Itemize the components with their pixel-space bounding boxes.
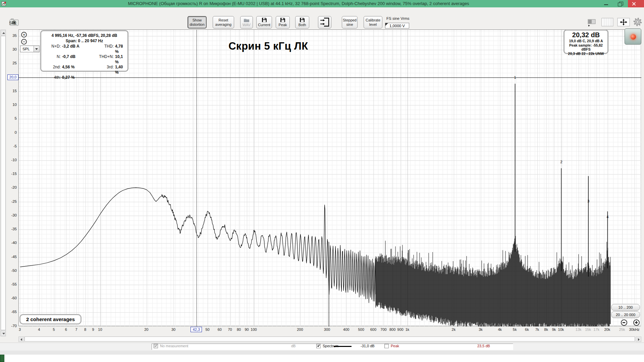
pan-arrows-icon (617, 18, 630, 26)
status-bar: No measurement dB Spectrum -31,0 dB Peak… (0, 343, 644, 351)
horizontal-scrollbar[interactable] (18, 337, 641, 342)
x-tick-400: 400 (343, 327, 349, 331)
bottom-margin (0, 355, 644, 362)
x-cursor-marker[interactable]: 42,3 (191, 327, 202, 332)
current-button[interactable]: Current (256, 16, 272, 28)
x-tick-30kHz: 30kHz (629, 327, 639, 331)
info-l1-row1: N: (41, 54, 62, 65)
minimize-button[interactable] (600, 0, 613, 7)
record-icon (631, 34, 636, 40)
peak-button[interactable]: Peak (276, 16, 290, 28)
x-tick-7k: 7k (535, 327, 539, 331)
x-tick-25k: 25k (619, 327, 625, 331)
x-tick-10: 10 (98, 327, 102, 331)
y-tick--35: -35 (7, 227, 17, 231)
peak-label: Peak (278, 23, 287, 27)
fs-sine-input[interactable] (385, 23, 409, 28)
restore-button[interactable] (614, 0, 627, 7)
scroll-down-arrow[interactable] (1, 330, 6, 336)
zoom-out-x-button[interactable] (621, 319, 627, 326)
spectrum-line-swatch (334, 346, 352, 347)
measurement-info-box: 4 995,16 Hz, -57,36 dBFS, 20,28 dB Span:… (40, 30, 128, 72)
info-v1-row2: 4,56 % (62, 65, 94, 75)
y-axis-unit-value: SPL (22, 47, 30, 51)
range-10-200-button[interactable]: 10 .. 200 (611, 304, 640, 311)
zoom-out-y-button[interactable]: − (21, 39, 27, 45)
calibrate-level-button[interactable]: Calibrate level (364, 16, 382, 28)
window-title: MICROPHONE (Общая громкость) R on Микроф… (0, 0, 597, 7)
x-tick-9: 9 (92, 327, 94, 331)
scroll-up-arrow[interactable] (1, 30, 6, 36)
stepped-sine-button[interactable]: Stepped sine (342, 16, 358, 28)
x-tick-30: 30 (171, 327, 175, 331)
x-tick-80: 80 (237, 327, 241, 331)
span-readout: Span: 0 .. 20 947 Hz (41, 38, 127, 44)
info-v2-row3 (115, 75, 127, 80)
vertical-scrollbar[interactable] (0, 29, 6, 337)
x-tick-300: 300 (324, 327, 330, 331)
close-button[interactable] (628, 0, 644, 7)
info-v1-row3: 0,27 % (62, 75, 94, 80)
level-readout-box: 20,32 dB 19,0 dB C, 20,9 dB A Peak sampl… (564, 29, 608, 54)
wav-button[interactable]: WAV (240, 16, 253, 28)
info-v1-row0: -3,2 dB A (62, 44, 94, 54)
y-axis-title: SPL (9, 21, 17, 25)
x-tick-70: 70 (228, 327, 232, 331)
level-weighted-values: 19,0 dB C, 20,9 dB A (565, 39, 607, 43)
y-tick--65: -65 (7, 310, 17, 314)
y-tick-35: 35 (7, 34, 17, 38)
info-l2-row3 (94, 75, 115, 80)
x-tick-3: 3 (19, 327, 21, 331)
record-button[interactable] (625, 28, 641, 45)
y-tick--5: -5 (7, 144, 17, 148)
no-measurement-checkbox[interactable] (154, 344, 158, 348)
y-tick--30: -30 (7, 213, 17, 217)
info-l1-row0: N+D: (41, 44, 62, 54)
loop-button[interactable] (318, 16, 331, 28)
zoom-in-x-button[interactable] (633, 319, 640, 326)
info-l2-row0: THD: (94, 44, 115, 54)
peak-level-value: 23,5 dB (477, 344, 490, 348)
show-distortion-button[interactable]: Show distortion (187, 16, 207, 28)
y-tick-15: 15 (7, 89, 17, 93)
spectrum-level-value: -31,0 dB (361, 344, 375, 348)
y-tick-25: 25 (7, 61, 17, 65)
vertical-scroll-thumb[interactable] (1, 36, 6, 330)
x-tick-6: 6 (65, 327, 67, 331)
cursor-readout: 4 995,16 Hz, -57,36 dBFS, 20,28 dB (41, 33, 127, 38)
y-tick--50: -50 (7, 268, 17, 273)
y-tick--20: -20 (7, 185, 17, 189)
level-meter-icon-button[interactable] (588, 19, 597, 28)
y-tick--10: -10 (7, 158, 17, 162)
scroll-right-arrow[interactable] (636, 337, 641, 342)
loop-io-icon (320, 17, 330, 27)
scroll-left-arrow[interactable] (18, 337, 24, 342)
info-l1-row3: 4th: (41, 75, 62, 80)
pan-tool-icon-button[interactable] (617, 18, 630, 28)
wav-label: WAV (243, 23, 251, 27)
zoom-in-y-button[interactable]: + (21, 32, 27, 38)
chevron-down-icon[interactable] (34, 46, 39, 52)
y-tick--40: -40 (7, 241, 17, 245)
no-measurement-label: No measurement (160, 344, 188, 348)
x-tick-13k: 13k (576, 327, 582, 331)
x-tick-5k: 5k (513, 327, 517, 331)
y-tick--70: -70 (7, 324, 17, 328)
level-db-value: 20,32 dB (565, 31, 607, 39)
both-button[interactable]: Both (295, 16, 309, 28)
y-axis-unit-combo[interactable]: SPL (20, 46, 40, 52)
y-cursor-marker[interactable]: 20,0 (7, 74, 18, 80)
range-20-20000-button[interactable]: 20 .. 20 000 (611, 311, 640, 318)
level-meter-icon (588, 19, 597, 27)
x-tick-4: 4 (38, 327, 40, 331)
bars-view-icon-button[interactable] (601, 18, 613, 28)
horizontal-scroll-thumb[interactable] (24, 337, 635, 342)
y-tick-0: 0 (7, 130, 17, 134)
x-tick-3k: 3k (479, 327, 483, 331)
reset-averaging-button[interactable]: Reset averaging (213, 16, 234, 28)
settings-button[interactable] (633, 17, 643, 28)
bars-view-icon (601, 18, 613, 26)
calibrate-level-label: Calibrate level (366, 18, 380, 26)
spectrum-checkbox[interactable] (316, 344, 321, 348)
peak-checkbox[interactable] (384, 344, 389, 348)
